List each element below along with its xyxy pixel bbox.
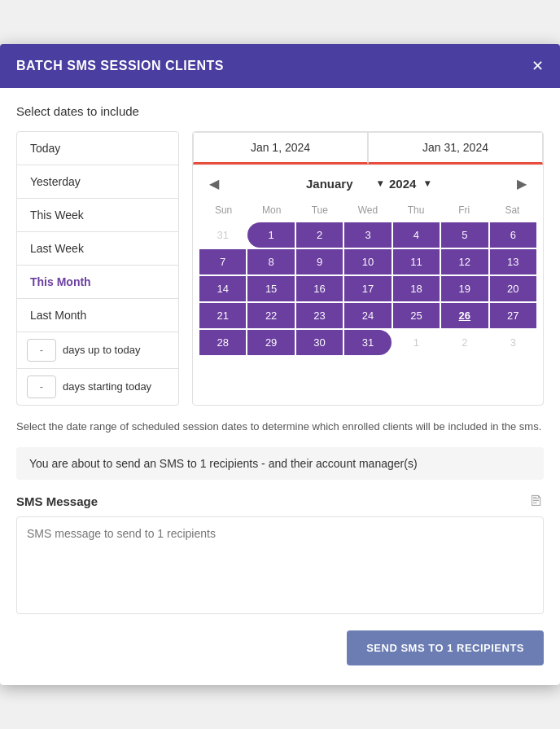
sms-textarea[interactable]: [16, 516, 544, 614]
calendar-week: 78910111213: [199, 249, 536, 274]
calendar-day[interactable]: 14: [199, 276, 246, 301]
day-header-thu: Thu: [392, 201, 440, 219]
date-picker-area: Today Yesterday This Week Last Week This…: [16, 131, 544, 406]
calendar-week: 31123456: [199, 222, 536, 248]
days-up-to-today-input[interactable]: [27, 339, 56, 362]
days-up-to-today-row: days up to today: [17, 332, 178, 369]
prev-month-button[interactable]: ◀: [203, 173, 225, 195]
doc-icon: 🖹: [529, 493, 544, 510]
calendar-day[interactable]: 25: [393, 303, 440, 328]
info-text: Select the date range of scheduled sessi…: [16, 419, 544, 435]
date-option-this-week[interactable]: This Week: [17, 199, 178, 232]
calendar-weeks: 3112345678910111213141516171819202122232…: [199, 222, 536, 355]
calendar-day[interactable]: 29: [247, 330, 294, 355]
month-select-wrapper: January February March April May June Ju…: [306, 177, 383, 191]
day-header-fri: Fri: [440, 201, 488, 219]
calendar-day[interactable]: 30: [296, 330, 343, 355]
year-select[interactable]: 2022 2023 2024 2025: [389, 177, 430, 191]
date-inputs-row: Jan 1, 2024 Jan 31, 2024: [193, 132, 543, 166]
calendar-day[interactable]: 4: [393, 222, 440, 248]
days-up-to-today-label: days up to today: [63, 344, 140, 356]
calendar-day[interactable]: 6: [490, 222, 536, 248]
calendar-day[interactable]: 9: [296, 249, 343, 274]
calendar-day[interactable]: 16: [296, 276, 343, 301]
calendar-week: 14151617181920: [199, 276, 536, 301]
calendar-day[interactable]: 7: [199, 249, 246, 274]
start-date-input[interactable]: Jan 1, 2024: [193, 132, 368, 165]
month-select[interactable]: January February March April May June Ju…: [306, 177, 383, 191]
calendar-day[interactable]: 8: [247, 249, 294, 274]
calendar-day[interactable]: 15: [247, 276, 294, 301]
sms-message-section: SMS Message 🖹: [16, 493, 544, 617]
close-button[interactable]: ✕: [532, 57, 544, 75]
calendar-day[interactable]: 21: [199, 303, 246, 328]
modal-body: Select dates to include Today Yesterday …: [0, 88, 560, 686]
calendar-day[interactable]: 31: [199, 222, 246, 248]
calendar-day[interactable]: 10: [344, 249, 391, 274]
date-option-yesterday[interactable]: Yesterday: [17, 165, 178, 199]
days-starting-today-input[interactable]: [27, 375, 56, 398]
sms-info-box: You are about to send an SMS to 1 recipi…: [16, 447, 544, 480]
day-header-tue: Tue: [295, 201, 343, 219]
calendar-day[interactable]: 18: [393, 276, 440, 301]
date-option-last-month[interactable]: Last Month: [17, 299, 178, 332]
year-select-wrapper: 2022 2023 2024 2025: [389, 177, 430, 191]
calendar-day[interactable]: 12: [441, 249, 488, 274]
calendar-day[interactable]: 26: [441, 303, 488, 328]
calendar-day[interactable]: 3: [490, 330, 536, 355]
sms-message-label-row: SMS Message 🖹: [16, 493, 544, 510]
calendar-day[interactable]: 17: [344, 276, 391, 301]
calendar-day[interactable]: 2: [441, 330, 488, 355]
date-option-last-week[interactable]: Last Week: [17, 232, 178, 266]
month-year-select: January February March April May June Ju…: [306, 177, 430, 191]
calendar-day[interactable]: 19: [441, 276, 488, 301]
day-header-sun: Sun: [199, 201, 247, 219]
calendar-day[interactable]: 31: [344, 330, 391, 355]
calendar-day[interactable]: 24: [344, 303, 391, 328]
date-options-list: Today Yesterday This Week Last Week This…: [16, 131, 179, 406]
days-starting-today-row: days starting today: [17, 369, 178, 405]
day-header-wed: Wed: [343, 201, 392, 219]
calendar-day[interactable]: 13: [490, 249, 536, 274]
calendar-day[interactable]: 28: [199, 330, 246, 355]
calendar-day[interactable]: 20: [490, 276, 536, 301]
date-option-this-month[interactable]: This Month: [17, 266, 178, 299]
days-starting-today-label: days starting today: [63, 380, 151, 393]
day-headers: Sun Mon Tue Wed Thu Fri Sat: [199, 201, 536, 219]
calendar-week: 21222324252627: [199, 303, 536, 328]
modal-container: BATCH SMS SESSION CLIENTS ✕ Select dates…: [0, 44, 560, 686]
calendar-panel: Jan 1, 2024 Jan 31, 2024 ◀ January Febru…: [192, 131, 544, 406]
next-month-button[interactable]: ▶: [510, 173, 533, 195]
calendar-day[interactable]: 3: [344, 222, 391, 248]
send-sms-button[interactable]: SEND SMS TO 1 RECIPIENTS: [347, 630, 544, 665]
modal-title: BATCH SMS SESSION CLIENTS: [16, 59, 224, 73]
modal-header: BATCH SMS SESSION CLIENTS ✕: [0, 44, 560, 88]
calendar-day[interactable]: 5: [441, 222, 488, 248]
calendar-day[interactable]: 11: [393, 249, 440, 274]
calendar-day[interactable]: 22: [247, 303, 294, 328]
date-option-today[interactable]: Today: [17, 132, 178, 165]
calendar-nav: ◀ January February March April May June …: [193, 166, 543, 201]
day-header-mon: Mon: [247, 201, 295, 219]
calendar-day[interactable]: 1: [393, 330, 440, 355]
calendar-day[interactable]: 23: [296, 303, 343, 328]
calendar-day[interactable]: 27: [490, 303, 536, 328]
calendar-day[interactable]: 1: [247, 222, 294, 248]
calendar-day[interactable]: 2: [296, 222, 343, 248]
section-label: Select dates to include: [16, 104, 544, 118]
end-date-input[interactable]: Jan 31, 2024: [368, 132, 543, 165]
calendar-grid: Sun Mon Tue Wed Thu Fri Sat 311234567891…: [193, 201, 543, 362]
calendar-week: 28293031123: [199, 330, 536, 355]
day-header-sat: Sat: [488, 201, 536, 219]
sms-message-label: SMS Message: [16, 494, 98, 508]
